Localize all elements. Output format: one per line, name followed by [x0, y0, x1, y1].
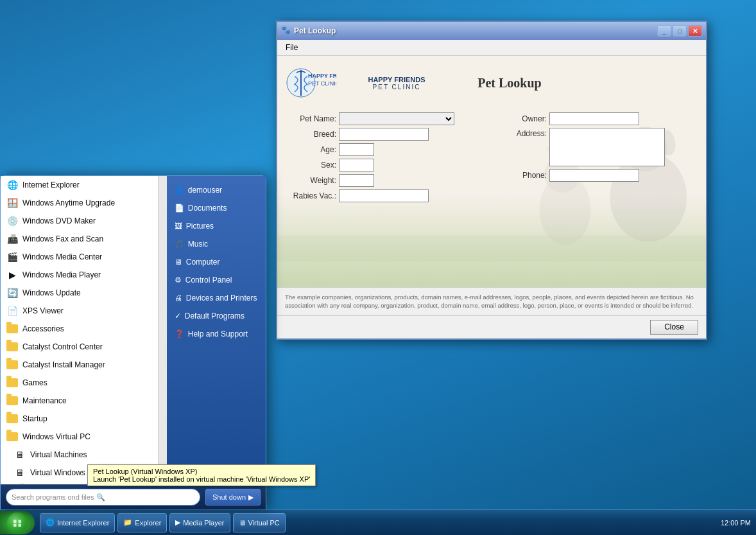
sidebar-item-catalyst-im[interactable]: Catalyst Install Manager [1, 356, 167, 374]
right-item-computer[interactable]: 🖥 Computer [167, 253, 266, 271]
taskbar-virt-icon: 🖥 [239, 519, 246, 527]
dvd-label: Windows DVD Maker [22, 216, 96, 225]
window-footer: Close [277, 315, 706, 338]
right-item-pictures[interactable]: 🖼 Pictures [167, 217, 266, 235]
pictures-icon: 🖼 [175, 222, 182, 231]
phone-row: Phone: [495, 169, 698, 182]
sidebar-item-update[interactable]: 🔄 Windows Update [1, 284, 167, 302]
close-button[interactable]: Close [650, 320, 698, 335]
age-label: Age: [285, 145, 336, 154]
sidebar-item-xps[interactable]: 📄 XPS Viewer [1, 302, 167, 320]
svg-text:PET CLINIC: PET CLINIC [308, 80, 336, 87]
search-box[interactable]: Search programs ond files 🔍 [6, 489, 200, 505]
right-item-demouser[interactable]: 👤 demouser [167, 181, 266, 199]
ie-icon: 🌐 [6, 179, 19, 191]
close-window-button[interactable]: ✕ [688, 25, 702, 37]
minimize-button[interactable]: _ [657, 25, 671, 37]
vxp-icon: 🖥 [13, 466, 26, 479]
right-item-documents[interactable]: 📄 Documents [167, 199, 266, 217]
tooltip-box: Pet Lookup (Virtual Windows XP) Launch '… [87, 464, 316, 486]
catalyst-cc-label: Catalyst Control Center [22, 342, 103, 351]
window-controls: _ □ ✕ [657, 25, 702, 37]
sidebar-item-anytime-upgrade[interactable]: 🪟 Windows Anytime Upgrade [1, 194, 167, 212]
maintenance-label: Maintenance [22, 396, 67, 405]
owner-label: Owner: [495, 114, 547, 123]
music-icon: 🎵 [175, 240, 184, 249]
file-menu[interactable]: File [280, 41, 304, 54]
demouser-label: demouser [188, 186, 222, 195]
owner-input[interactable] [549, 112, 639, 125]
rabies-input[interactable] [339, 189, 429, 202]
sidebar-item-accessories[interactable]: Accessories [1, 320, 167, 338]
window-app-icon: 🐾 [281, 26, 291, 36]
clock: 12:00 PM [721, 519, 751, 527]
taskbar-virt-button[interactable]: 🖥 Virtual PC [233, 513, 286, 532]
taskbar-tray: 12:00 PM [716, 519, 756, 527]
sidebar-item-dvd-maker[interactable]: 💿 Windows DVD Maker [1, 212, 167, 230]
start-button[interactable] [0, 511, 35, 534]
shutdown-button[interactable]: Shut down ▶ [205, 489, 261, 505]
sidebar-item-catalyst-cc[interactable]: Catalyst Control Center [1, 338, 167, 356]
sidebar-item-vm[interactable]: 🖥 Virtual Machines [1, 446, 167, 464]
documents-label: Documents [188, 204, 227, 213]
phone-label: Phone: [495, 171, 547, 180]
pet-name-select[interactable] [339, 112, 454, 125]
owner-row: Owner: [495, 112, 698, 125]
media-player-icon: ▶ [6, 268, 19, 281]
shutdown-label: Shut down [212, 493, 246, 501]
taskbar-media-button[interactable]: ▶ Media Player [169, 513, 230, 532]
weight-row: Weight: [285, 174, 488, 187]
sidebar-item-media-center[interactable]: 🎬 Windows Media Center [1, 248, 167, 266]
breed-input[interactable] [339, 128, 429, 141]
taskbar-explorer-label: Explorer [135, 519, 161, 527]
catalyst-im-icon [6, 358, 19, 371]
disclaimer-text: The example companies, organizations, pr… [277, 287, 706, 315]
scrollbar[interactable] [158, 176, 167, 484]
startup-label: Startup [22, 414, 47, 423]
start-menu-right: 👤 demouser 📄 Documents 🖼 Pictures 🎵 Musi… [167, 176, 266, 484]
sidebar-item-media-player[interactable]: ▶ Windows Media Player [1, 266, 167, 284]
right-item-help[interactable]: ❓ Help and Support [167, 325, 266, 343]
taskbar-explorer-button[interactable]: 📁 Explorer [117, 513, 167, 532]
accessories-icon [6, 322, 19, 335]
maintenance-icon [6, 394, 19, 407]
sidebar-item-startup[interactable]: Startup [1, 410, 167, 428]
search-icon: 🔍 [96, 493, 105, 502]
taskbar-ie-button[interactable]: 🌐 Internet Explorer [40, 513, 115, 532]
update-label: Windows Update [22, 288, 81, 297]
pet-lookup-window: 🐾 Pet Lookup _ □ ✕ File [276, 21, 707, 340]
default-programs-label: Default Programs [185, 311, 245, 320]
xps-icon: 📄 [6, 304, 19, 317]
accessories-label: Accessories [22, 324, 64, 333]
sidebar-item-ie[interactable]: 🌐 Internet Explorer [1, 176, 167, 194]
media-player-label: Windows Media Player [22, 270, 101, 279]
phone-input[interactable] [549, 169, 639, 182]
sidebar-item-vpc[interactable]: Windows Virtual PC [1, 428, 167, 446]
sidebar-item-maintenance[interactable]: Maintenance [1, 392, 167, 410]
documents-icon: 📄 [175, 204, 184, 213]
right-item-default-programs[interactable]: ✓ Default Programs [167, 307, 266, 325]
search-placeholder-text: Search programs ond files [12, 493, 94, 501]
vpc-icon [6, 430, 19, 443]
control-panel-icon: ⚙ [175, 276, 182, 285]
right-item-control-panel[interactable]: ⚙ Control Panel [167, 271, 266, 289]
weight-input[interactable] [339, 174, 374, 187]
age-input[interactable] [339, 143, 374, 156]
sidebar-item-games[interactable]: Games [1, 374, 167, 392]
pictures-label: Pictures [186, 222, 214, 231]
taskbar-virt-label: Virtual PC [248, 519, 280, 527]
sidebar-item-fax[interactable]: 📠 Windows Fax and Scan [1, 230, 167, 248]
window-titlebar: 🐾 Pet Lookup _ □ ✕ [277, 22, 706, 40]
anytime-label: Windows Anytime Upgrade [22, 198, 115, 207]
right-item-music[interactable]: 🎵 Music [167, 235, 266, 253]
pet-name-row: Pet Name: [285, 112, 488, 125]
lookup-title: Pet Lookup [477, 76, 541, 90]
breed-label: Breed: [285, 130, 336, 139]
maximize-button[interactable]: □ [673, 25, 687, 37]
dvd-icon: 💿 [6, 215, 19, 227]
media-center-icon: 🎬 [6, 250, 19, 263]
address-textarea[interactable] [549, 128, 665, 166]
right-item-devices[interactable]: 🖨 Devices and Printers [167, 289, 266, 307]
sex-input[interactable] [339, 159, 374, 171]
form-left: Pet Name: Breed: Age: Sex: [285, 112, 488, 202]
